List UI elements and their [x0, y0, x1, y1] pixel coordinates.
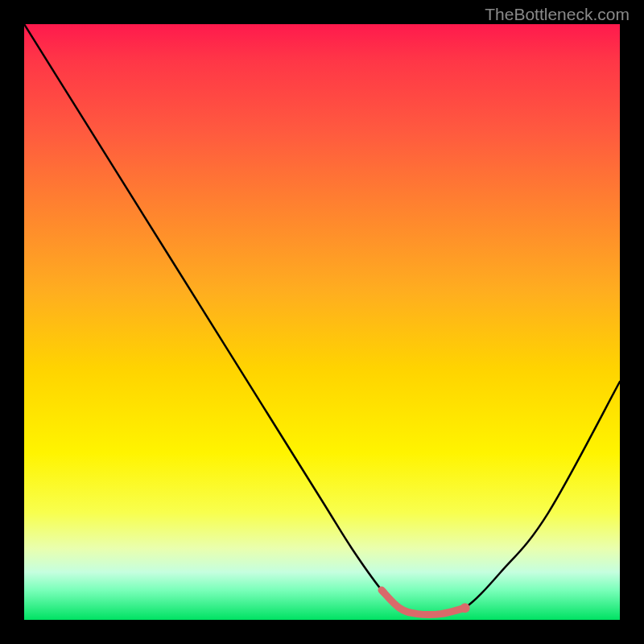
optimal-range-highlight	[382, 590, 465, 615]
watermark-text: TheBottleneck.com	[485, 5, 630, 24]
chart-svg	[24, 24, 620, 620]
plot-area	[24, 24, 620, 620]
optimal-range-end-dot	[460, 603, 470, 613]
bottleneck-curve-line	[24, 24, 620, 615]
